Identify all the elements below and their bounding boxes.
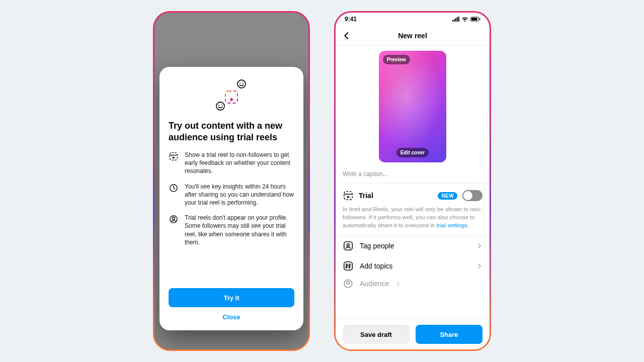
- svg-point-8: [218, 105, 219, 106]
- status-icons: [452, 17, 480, 22]
- trial-section: Trial NEW In feed and Reels, your reel w…: [336, 184, 490, 236]
- chevron-right-icon: [476, 243, 482, 249]
- trial-label: Trial: [359, 192, 433, 200]
- battery-icon: [470, 17, 480, 22]
- svg-rect-20: [344, 262, 353, 270]
- status-bar: 9:41: [336, 13, 490, 26]
- svg-rect-10: [170, 153, 178, 160]
- svg-rect-1: [290, 18, 296, 20]
- svg-rect-17: [344, 192, 353, 200]
- reel-cover[interactable]: Preview Edit cover: [379, 51, 446, 162]
- cellular-icon: [452, 17, 459, 22]
- chevron-right-icon: [395, 281, 401, 287]
- tag-people-label: Tag people: [360, 242, 470, 250]
- nav-title: New reel: [398, 32, 427, 40]
- profile-icon: [169, 214, 179, 224]
- close-button[interactable]: Close: [169, 307, 294, 326]
- nav-bar: New reel: [154, 26, 308, 46]
- phone-right-screen: 9:41 New reel Preview Edit cover Writ: [336, 13, 490, 349]
- chevron-left-icon: [161, 31, 170, 40]
- new-reel-content: Preview Edit cover Write a caption... Tr…: [336, 46, 490, 318]
- share-button[interactable]: Share: [416, 325, 482, 344]
- new-badge: NEW: [438, 192, 457, 200]
- svg-point-5: [239, 82, 240, 83]
- audience-row[interactable]: Audience: [336, 276, 490, 291]
- bottom-action-bar: Save draft Share: [336, 318, 490, 349]
- wifi-icon: [461, 17, 468, 22]
- phone-left-screen: 9:41 New reel: [154, 13, 308, 349]
- modal-hero-graphic: [169, 76, 294, 116]
- reel-icon: [169, 151, 179, 161]
- person-tag-icon: [343, 240, 354, 251]
- hash-icon: [343, 260, 354, 272]
- trial-desc-punct: .: [467, 222, 469, 228]
- svg-rect-3: [225, 91, 237, 103]
- svg-point-19: [347, 244, 350, 246]
- trial-reels-hero-icon: [210, 78, 253, 114]
- audience-icon: [343, 278, 354, 289]
- trial-description: In feed and Reels, your reel will only b…: [343, 205, 482, 229]
- back-button[interactable]: [341, 30, 353, 42]
- save-draft-button[interactable]: Save draft: [343, 325, 410, 344]
- back-button[interactable]: [159, 30, 172, 42]
- nav-bar: New reel: [336, 26, 490, 46]
- status-bar: 9:41: [154, 13, 308, 26]
- svg-point-9: [221, 105, 222, 106]
- svg-point-22: [347, 282, 350, 285]
- add-topics-label: Add topics: [360, 262, 470, 270]
- nav-title: New reel: [217, 32, 246, 40]
- svg-point-7: [216, 102, 224, 110]
- audience-label: Audience: [360, 280, 389, 288]
- edit-cover-chip[interactable]: Edit cover: [396, 148, 429, 157]
- bullet-row: You'll see key insights within 24 hours …: [169, 183, 294, 207]
- trial-toggle[interactable]: [462, 190, 482, 201]
- svg-point-6: [243, 82, 244, 83]
- chevron-left-icon: [342, 31, 351, 40]
- wifi-icon: [280, 17, 287, 22]
- caption-input[interactable]: Write a caption...: [336, 165, 490, 184]
- svg-point-4: [237, 80, 246, 88]
- bullet-row: Trial reels don't appear on your profile…: [169, 214, 294, 246]
- bullet-text: Show a trial reel to non-followers to ge…: [185, 151, 294, 175]
- svg-rect-2: [298, 18, 299, 20]
- trial-settings-link[interactable]: trial settings: [437, 222, 467, 228]
- preview-chip[interactable]: Preview: [383, 55, 410, 64]
- modal-bullets: Show a trial reel to non-followers to ge…: [169, 151, 294, 283]
- clock-icon: [169, 183, 179, 193]
- phone-left: 9:41 New reel: [153, 11, 310, 351]
- modal-title: Try out content with a new audience usin…: [169, 120, 294, 143]
- reel-icon: [343, 190, 354, 201]
- bullet-text: Trial reels don't appear on your profile…: [185, 214, 294, 246]
- status-time: 9:41: [345, 16, 357, 23]
- add-topics-row[interactable]: Add topics: [336, 256, 490, 276]
- bullet-text: You'll see key insights within 24 hours …: [185, 183, 294, 207]
- cellular-icon: [271, 17, 278, 22]
- battery-icon: [289, 17, 299, 22]
- try-it-button[interactable]: Try it: [169, 288, 294, 307]
- status-icons: [271, 17, 299, 22]
- chevron-right-icon: [476, 263, 482, 269]
- svg-point-13: [173, 217, 175, 220]
- phone-right: 9:41 New reel Preview Edit cover Writ: [334, 11, 491, 351]
- svg-rect-15: [471, 18, 477, 20]
- svg-point-21: [344, 280, 352, 288]
- trial-reels-modal: Try out content with a new audience usin…: [159, 67, 303, 330]
- cover-wrap: Preview Edit cover: [336, 46, 490, 165]
- bullet-row: Show a trial reel to non-followers to ge…: [169, 151, 294, 175]
- svg-rect-16: [479, 18, 480, 20]
- trial-row: Trial NEW: [343, 190, 482, 201]
- status-time: 9:41: [164, 16, 176, 23]
- tag-people-row[interactable]: Tag people: [336, 236, 490, 256]
